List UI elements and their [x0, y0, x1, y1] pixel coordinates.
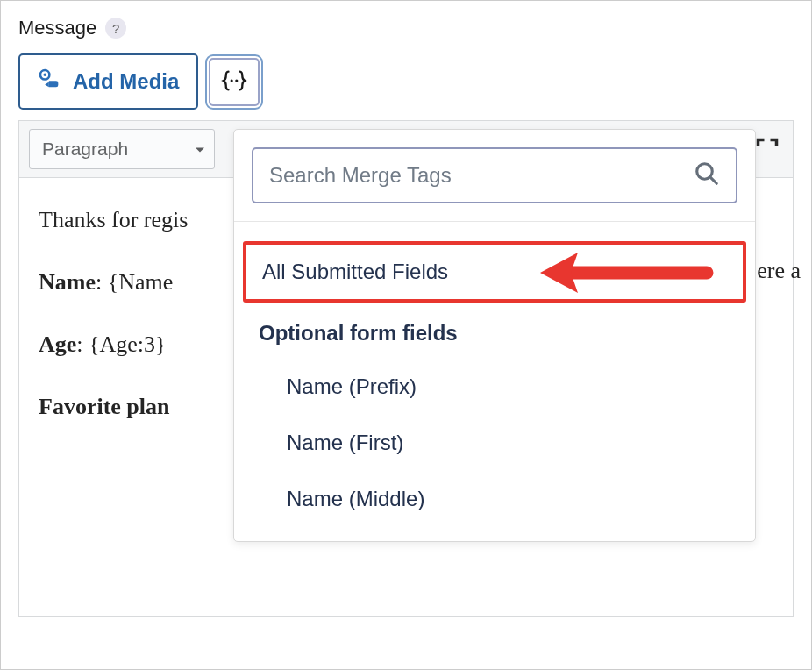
content-line1-behind: ere a: [757, 258, 801, 284]
paragraph-format-select[interactable]: Paragraph: [29, 129, 215, 169]
search-input[interactable]: [269, 163, 694, 188]
svg-point-2: [231, 79, 233, 82]
paragraph-select-label: Paragraph: [42, 139, 128, 160]
search-wrapper: [234, 130, 755, 221]
merge-tag-icon: [221, 69, 247, 95]
svg-point-3: [236, 79, 239, 82]
media-icon: [38, 67, 62, 96]
add-media-button[interactable]: Add Media: [18, 53, 198, 110]
merge-item-all-fields[interactable]: All Submitted Fields: [243, 241, 746, 303]
field-label-row: Message ?: [18, 17, 794, 39]
search-icon: [694, 160, 720, 190]
search-box: [252, 147, 737, 203]
optional-fields-header: Optional form fields: [234, 311, 755, 359]
button-row: Add Media: [18, 53, 794, 110]
merge-item-name-middle[interactable]: Name (Middle): [234, 471, 755, 527]
fullscreen-icon[interactable]: [755, 137, 780, 161]
merge-item-name-prefix[interactable]: Name (Prefix): [234, 359, 755, 415]
add-media-label: Add Media: [73, 69, 179, 94]
merge-tags-dropdown: All Submitted Fields Optional form field…: [233, 129, 756, 542]
help-icon[interactable]: ?: [105, 18, 126, 39]
field-label: Message: [18, 17, 96, 39]
chevron-down-icon: [195, 139, 205, 160]
svg-point-1: [43, 74, 46, 77]
dropdown-section: All Submitted Fields Optional form field…: [234, 222, 755, 541]
merge-item-name-first[interactable]: Name (First): [234, 415, 755, 471]
merge-tag-button[interactable]: [209, 58, 260, 106]
